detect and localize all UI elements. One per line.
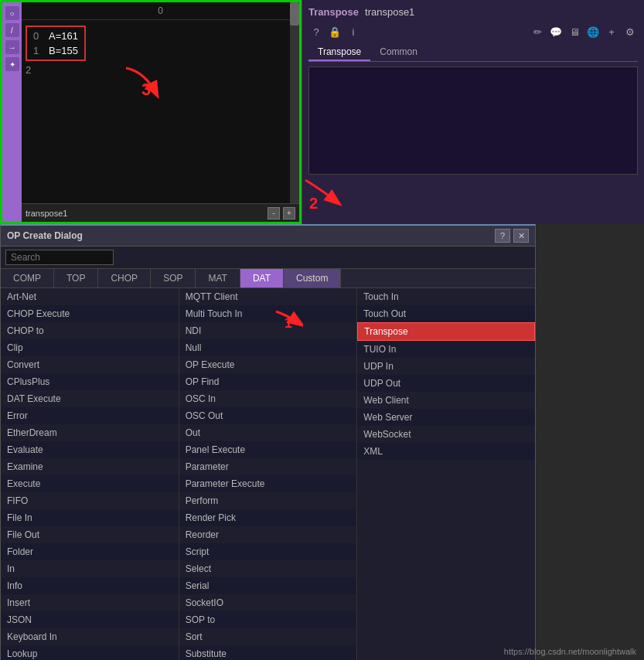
props-icon-speech[interactable]: 💬 — [548, 24, 564, 39]
op-item[interactable]: In — [1, 560, 179, 577]
op-item[interactable]: Touch Out — [357, 305, 535, 322]
op-cat-chop[interactable]: CHOP — [98, 269, 151, 287]
op-item[interactable]: MQTT Client — [179, 288, 357, 305]
op-item[interactable]: SOP to — [179, 611, 357, 628]
op-item[interactable]: Parameter — [179, 458, 357, 475]
op-item[interactable]: UDP In — [357, 358, 535, 375]
node-footer-buttons: - + — [267, 207, 295, 219]
op-item[interactable]: Examine — [1, 458, 179, 475]
op-item[interactable]: Serial — [179, 577, 357, 594]
op-cat-comp[interactable]: COMP — [1, 269, 54, 287]
node-viewer: ○ / → ✦ 0 0 A=161 1 B=155 2 — [0, 0, 302, 224]
node-data-box: 0 A=161 1 B=155 — [26, 26, 86, 61]
op-item[interactable]: Substitute — [179, 645, 357, 660]
op-item[interactable]: Lookup — [1, 645, 179, 660]
op-item[interactable]: EtherDream — [1, 424, 179, 441]
props-title-label: Transpose — [308, 6, 359, 18]
op-item[interactable]: OSC In — [179, 390, 357, 407]
data-row-2: 2 — [26, 63, 295, 77]
props-icon-lock[interactable]: 🔒 — [327, 24, 342, 39]
op-item[interactable]: Info — [1, 577, 179, 594]
op-cat-custom[interactable]: Custom — [284, 269, 341, 287]
props-icon-pen[interactable]: ✏ — [530, 24, 545, 39]
op-item[interactable]: CPlusPlus — [1, 373, 179, 390]
watermark: https://blog.csdn.net/moonlightwalk — [504, 647, 636, 656]
props-icon-help[interactable]: ? — [308, 24, 324, 39]
op-item[interactable]: Out — [179, 424, 357, 441]
op-item[interactable]: CHOP to — [1, 322, 179, 339]
op-item[interactable]: Error — [1, 407, 179, 424]
op-item[interactable]: Web Server — [357, 409, 535, 426]
op-item[interactable]: UDP Out — [357, 375, 535, 392]
op-item[interactable]: Transpose — [357, 322, 535, 341]
op-item[interactable]: FIFO — [1, 492, 179, 509]
op-item[interactable]: Insert — [1, 594, 179, 611]
op-item[interactable]: Web Client — [357, 392, 535, 409]
op-item[interactable]: Evaluate — [1, 441, 179, 458]
toolbar-icon-edit[interactable]: / — [5, 23, 19, 37]
op-item[interactable]: Parameter Execute — [179, 475, 357, 492]
props-toolbar: ? 🔒 i ✏ 💬 🖥 🌐 + ⚙ — [308, 24, 638, 39]
node-name-label: transpose1 — [26, 209, 67, 218]
op-cat-dat[interactable]: DAT — [240, 269, 284, 287]
props-panel: Transpose transpose1 ? 🔒 i ✏ 💬 🖥 🌐 + ⚙ T… — [302, 0, 644, 224]
node-data-area: 0 A=161 1 B=155 2 — [22, 20, 299, 81]
op-item[interactable]: File In — [1, 509, 179, 526]
op-item[interactable]: OP Find — [179, 373, 357, 390]
op-item[interactable]: Convert — [1, 356, 179, 373]
op-dialog-header: OP Create Dialog ? ✕ — [1, 226, 535, 247]
op-cat-mat[interactable]: MAT — [196, 269, 240, 287]
op-item[interactable]: Perform — [179, 492, 357, 509]
op-cat-top[interactable]: TOP — [54, 269, 98, 287]
op-search-input[interactable] — [5, 250, 114, 265]
row-value-0: A=161 — [49, 30, 78, 42]
props-icon-monitor[interactable]: 🖥 — [567, 24, 582, 39]
op-item[interactable]: JSON — [1, 611, 179, 628]
footer-btn-plus[interactable]: + — [283, 207, 295, 219]
op-item[interactable]: DAT Execute — [1, 390, 179, 407]
dialog-btn-help[interactable]: ? — [495, 229, 510, 243]
node-scrollbar-thumb[interactable] — [290, 2, 299, 26]
props-title-name: transpose1 — [365, 6, 414, 18]
op-item[interactable]: Panel Execute — [179, 441, 357, 458]
op-item[interactable]: Reorder — [179, 526, 357, 543]
footer-btn-minus[interactable]: - — [267, 207, 280, 219]
op-item[interactable]: OSC Out — [179, 407, 357, 424]
toolbar-icon-circle[interactable]: ○ — [5, 6, 19, 20]
props-icon-info[interactable]: i — [346, 24, 361, 39]
tab-transpose[interactable]: Transpose — [308, 44, 370, 61]
node-footer: transpose1 - + — [22, 203, 299, 222]
tab-common[interactable]: Common — [370, 44, 427, 61]
op-create-dialog: OP Create Dialog ? ✕ COMP TOP CHOP SOP M… — [0, 224, 536, 660]
op-item[interactable]: Script — [179, 543, 357, 560]
op-item[interactable]: Execute — [1, 475, 179, 492]
op-item[interactable]: Clip — [1, 339, 179, 356]
op-item[interactable]: SocketIO — [179, 594, 357, 611]
op-item[interactable]: Art-Net — [1, 288, 179, 305]
toolbar-icon-arrow[interactable]: → — [5, 40, 19, 54]
op-item[interactable]: TUIO In — [357, 341, 535, 358]
toolbar-icon-star[interactable]: ✦ — [5, 57, 19, 71]
op-search-bar — [1, 247, 535, 269]
dialog-btn-close[interactable]: ✕ — [513, 229, 529, 243]
op-cat-sop[interactable]: SOP — [151, 269, 196, 287]
node-scrollbar[interactable] — [290, 2, 299, 222]
op-item[interactable]: Folder — [1, 543, 179, 560]
op-item[interactable]: NDI — [179, 322, 357, 339]
op-item[interactable]: CHOP Execute — [1, 305, 179, 322]
op-item[interactable]: Touch In — [357, 288, 535, 305]
op-item[interactable]: XML — [357, 443, 535, 460]
op-item[interactable]: Render Pick — [179, 509, 357, 526]
op-item[interactable]: Null — [179, 339, 357, 356]
props-icon-gear[interactable]: ⚙ — [622, 24, 638, 39]
op-item[interactable]: OP Execute — [179, 356, 357, 373]
props-icon-globe[interactable]: 🌐 — [585, 24, 601, 39]
op-item[interactable]: Multi Touch In — [179, 305, 357, 322]
annotation-num-3: 3 — [141, 80, 151, 100]
op-item[interactable]: WebSocket — [357, 426, 535, 443]
op-item[interactable]: Keyboard In — [1, 628, 179, 645]
op-item[interactable]: Sort — [179, 628, 357, 645]
op-item[interactable]: Select — [179, 560, 357, 577]
props-icon-add[interactable]: + — [604, 24, 619, 39]
op-item[interactable]: File Out — [1, 526, 179, 543]
